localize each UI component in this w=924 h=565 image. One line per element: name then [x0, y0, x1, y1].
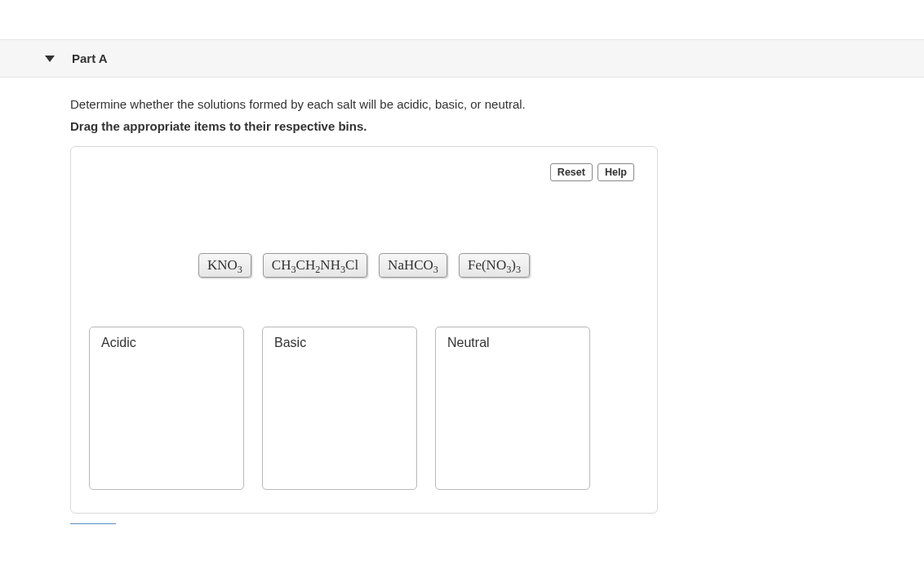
part-header[interactable]: Part A: [0, 39, 924, 78]
bin-neutral[interactable]: Neutral: [435, 327, 590, 490]
draggable-item[interactable]: CH3CH2NH3Cl: [263, 253, 367, 278]
reset-button[interactable]: Reset: [550, 163, 593, 181]
collapse-triangle-icon: [45, 56, 55, 62]
instruction-text: Drag the appropriate items to their resp…: [70, 119, 900, 133]
question-text: Determine whether the solutions formed b…: [70, 97, 900, 111]
drag-workspace: Reset Help KNO3 CH3CH2NH3Cl NaHCO3 Fe(NO…: [70, 146, 658, 514]
help-button[interactable]: Help: [597, 163, 634, 181]
content-area: Determine whether the solutions formed b…: [0, 78, 924, 533]
workspace-controls: Reset Help: [550, 163, 634, 181]
bottom-edge-fragment: [70, 523, 116, 533]
draggable-item[interactable]: NaHCO3: [379, 253, 447, 278]
bin-label: Neutral: [447, 336, 578, 350]
bin-acidic[interactable]: Acidic: [89, 327, 244, 490]
bin-label: Acidic: [101, 336, 232, 350]
bin-label: Basic: [274, 336, 405, 350]
bins-row: Acidic Basic Neutral: [87, 327, 641, 490]
bin-basic[interactable]: Basic: [262, 327, 417, 490]
draggable-item[interactable]: KNO3: [198, 253, 251, 278]
draggable-items-row: KNO3 CH3CH2NH3Cl NaHCO3 Fe(NO3)3: [87, 253, 641, 278]
part-title: Part A: [72, 51, 108, 65]
draggable-item[interactable]: Fe(NO3)3: [459, 253, 530, 278]
